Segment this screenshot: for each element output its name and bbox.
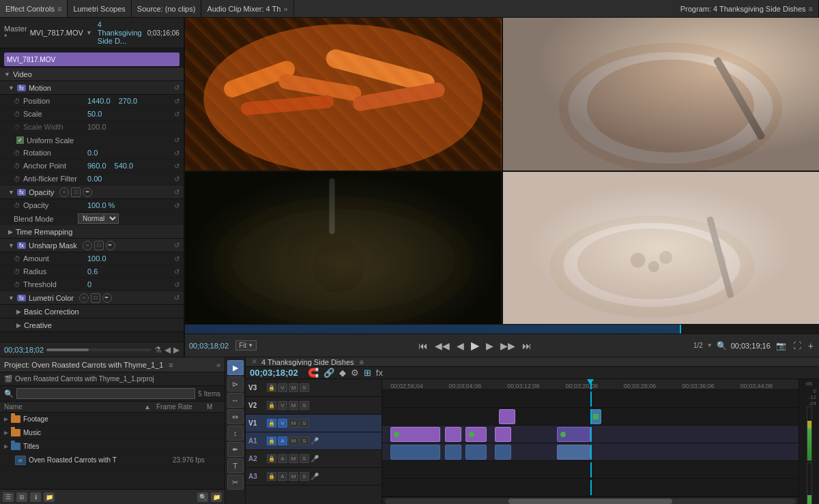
project-search-input[interactable] [16, 388, 195, 399]
resolution-dropdown[interactable]: ▼ [707, 342, 713, 349]
anchor-reset[interactable]: ↺ [174, 162, 179, 170]
a2-s-btn[interactable]: S [300, 454, 309, 463]
a1-clip-2[interactable] [445, 445, 461, 460]
opacity-value[interactable]: 100.0 % [87, 201, 115, 209]
scale-reset[interactable]: ↺ [174, 110, 179, 118]
lumetri-reset[interactable]: ↺ [174, 294, 179, 301]
tl-fx-btn[interactable]: fx [375, 367, 384, 379]
tl-in-out-btn[interactable]: ⊞ [362, 367, 373, 379]
v1-clip-1[interactable] [390, 427, 440, 442]
fx-nav-prev[interactable]: ◀ [164, 345, 171, 355]
opacity-value-reset[interactable]: ↺ [174, 202, 179, 209]
uniform-scale-checkbox[interactable]: ✓ [16, 136, 24, 144]
program-menu-icon[interactable]: ≡ [809, 5, 813, 13]
a1-lock-btn[interactable]: 🔒 [267, 436, 276, 445]
lumetri-pen-icon[interactable]: ✒ [102, 293, 112, 303]
filter-icon[interactable]: ⚗ [154, 345, 162, 355]
a3-track-btn[interactable]: A [278, 472, 287, 481]
antiflicker-animate-icon[interactable]: ⏱ [14, 175, 20, 183]
new-item-btn[interactable]: 🔍 [197, 492, 208, 502]
opacity-square-icon[interactable]: □ [71, 188, 81, 197]
timeline-scrollbar[interactable] [382, 496, 799, 504]
unsharp-section-header[interactable]: ▼ fx Unsharp Mask ○ □ ✒ ↺ [0, 239, 184, 252]
scrollbar-thumb[interactable] [508, 499, 673, 504]
timeline-timecode[interactable]: 00;03;18;02 [250, 368, 298, 378]
time-remap-header[interactable]: ▶ Time Remapping [0, 225, 184, 239]
footage-expand[interactable]: ▶ [4, 416, 8, 422]
scale-animate-icon[interactable]: ⏱ [14, 110, 20, 118]
rotation-value[interactable]: 0.0 [87, 149, 98, 157]
lumetri-circle-icon[interactable]: ○ [79, 293, 89, 303]
footage-name[interactable]: Footage [23, 415, 170, 423]
antiflicker-value[interactable]: 0.00 [87, 175, 102, 183]
v1-sync-btn[interactable]: S [300, 419, 309, 428]
unsharp-circle-icon[interactable]: ○ [83, 241, 92, 250]
type-tool-btn[interactable]: T [227, 458, 244, 473]
a3-lock-btn[interactable]: 🔒 [267, 472, 276, 481]
expand-basic-corr[interactable]: ▶ [16, 308, 21, 315]
opacity-animate-icon[interactable]: ⏱ [14, 202, 20, 209]
a2-track-btn[interactable]: A [278, 454, 287, 463]
a3-clips[interactable] [382, 479, 799, 496]
a1-s-btn[interactable]: S [300, 436, 309, 445]
timeline-menu-icon[interactable]: ≡ [360, 358, 364, 366]
music-name[interactable]: Music [23, 429, 170, 436]
opacity-circle-icon[interactable]: ○ [59, 188, 69, 197]
v2-clip-1[interactable] [499, 409, 515, 424]
anchor-x[interactable]: 960.0 [87, 162, 106, 170]
list-view-btn[interactable]: ☰ [3, 492, 14, 502]
uniform-scale-reset[interactable]: ↺ [174, 136, 179, 144]
blend-mode-select[interactable]: Normal Multiply Screen [78, 213, 119, 224]
expand-unsharp[interactable]: ▼ [8, 242, 14, 249]
expand-icon[interactable]: » [283, 5, 287, 13]
audio-mixer-tab[interactable]: Audio Clip Mixer: 4 Th » [201, 0, 293, 17]
go-to-in-point-btn[interactable]: ⏮ [417, 339, 429, 353]
a2-m-btn[interactable]: M [289, 454, 298, 463]
creative-header[interactable]: ▶ Creative [0, 318, 184, 332]
bin-btn[interactable]: 📁 [44, 492, 55, 502]
opacity-pen-icon[interactable]: ✒ [83, 188, 92, 197]
radius-value[interactable]: 0.6 [87, 267, 98, 276]
clip-filename[interactable]: MVI_7817.MOV [30, 29, 83, 37]
expand-video[interactable]: ▼ [4, 71, 10, 78]
project-menu-icon[interactable]: ≡ [169, 361, 173, 369]
clip-block[interactable]: MVI_7817.MOV [4, 53, 179, 66]
play-back-btn[interactable]: ◀ [455, 339, 465, 353]
opacity-reset[interactable]: ↺ [174, 188, 179, 196]
sequence-name-item[interactable]: Oven Roasted Carrots with T [29, 456, 170, 464]
unsharp-pen-icon[interactable]: ✒ [106, 241, 115, 250]
a1-clip-3[interactable] [465, 445, 487, 460]
a1-m-btn[interactable]: M [289, 436, 298, 445]
pen-tool-btn[interactable]: ✒ [227, 442, 244, 457]
antiflicker-reset[interactable]: ↺ [174, 175, 179, 183]
icon-view-btn[interactable]: ⊞ [16, 492, 27, 502]
a3-m-btn[interactable]: M [289, 472, 298, 481]
a1-clips[interactable] [382, 443, 799, 461]
slip-tool-btn[interactable]: ↕ [227, 426, 244, 441]
fx-scrollbar-track[interactable] [46, 349, 152, 351]
basic-correction-header[interactable]: ▶ Basic Correction [0, 305, 184, 318]
lumetri-scopes-tab[interactable]: Lumetri Scopes [68, 0, 131, 17]
rotation-reset[interactable]: ↺ [174, 149, 179, 157]
unsharp-square-icon[interactable]: □ [94, 241, 104, 250]
clip-dropdown-icon[interactable]: ▼ [86, 29, 92, 36]
anchor-y[interactable]: 540.0 [115, 162, 134, 170]
radius-reset[interactable]: ↺ [174, 268, 179, 276]
threshold-animate-icon[interactable]: ⏱ [14, 281, 20, 288]
effect-controls-tab[interactable]: Effect Controls ≡ [0, 0, 68, 17]
v2-eye-btn[interactable]: V [278, 401, 287, 410]
threshold-reset[interactable]: ↺ [174, 281, 179, 288]
tl-marker-btn[interactable]: ◆ [338, 367, 347, 379]
a1-track-btn[interactable]: A [278, 436, 287, 445]
v2-lock-btn[interactable]: 🔒 [267, 401, 276, 410]
rolling-edit-tool-btn[interactable]: ⇔ [227, 409, 244, 424]
step-back-btn[interactable]: ◀◀ [433, 339, 451, 353]
col-name-header[interactable]: Name [4, 403, 76, 411]
a2-clips[interactable] [382, 461, 799, 479]
monitor-timeline-bar[interactable] [185, 324, 819, 333]
fx-scrollbar-thumb[interactable] [46, 349, 89, 351]
scale-value[interactable]: 50.0 [87, 110, 102, 118]
lumetri-color-header[interactable]: ▼ fx Lumetri Color ○ □ ✒ ↺ [0, 291, 184, 305]
titles-expand[interactable]: ▶ [4, 443, 8, 449]
amount-reset[interactable]: ↺ [174, 255, 179, 263]
